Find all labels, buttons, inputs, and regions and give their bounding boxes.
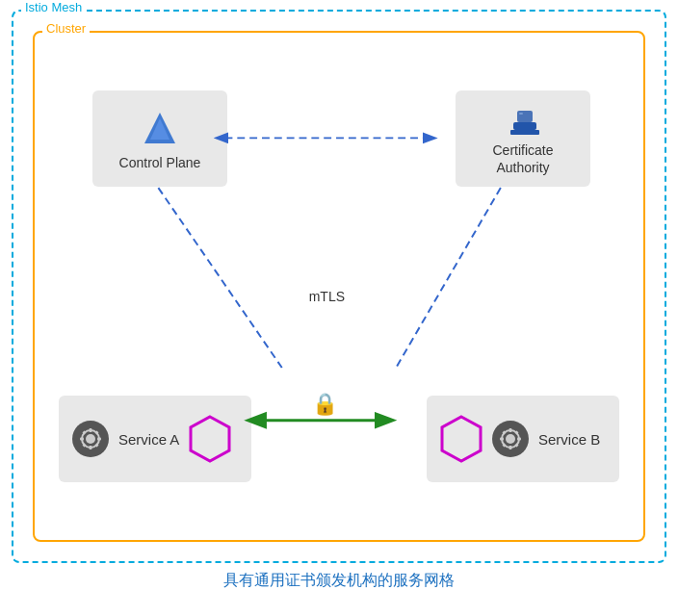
ca-stamp-icon <box>506 101 540 136</box>
certificate-authority-label: Certificate Authority <box>492 141 553 176</box>
svg-rect-21 <box>509 446 512 449</box>
proxy-hex-b <box>440 415 482 463</box>
svg-rect-8 <box>90 428 92 432</box>
diagram-area: Control Plane <box>35 33 643 540</box>
svg-rect-10 <box>80 438 84 441</box>
svg-line-29 <box>158 188 281 368</box>
istio-mesh-label: Istio Mesh <box>21 0 86 14</box>
svg-line-30 <box>396 188 501 368</box>
certificate-authority-box: Certificate Authority <box>456 90 590 187</box>
svg-point-7 <box>86 434 95 444</box>
proxy-hex-a <box>189 415 231 463</box>
svg-rect-20 <box>509 428 512 432</box>
service-b-icon <box>492 421 529 457</box>
control-plane-label: Control Plane <box>119 155 201 170</box>
svg-rect-9 <box>90 446 92 449</box>
svg-point-19 <box>506 434 515 444</box>
service-b-box: Service B <box>427 396 619 482</box>
service-a-box: Service A <box>59 396 251 482</box>
service-a-label: Service A <box>118 431 179 448</box>
svg-text:🔒: 🔒 <box>312 391 339 417</box>
service-b-label: Service B <box>538 431 600 448</box>
istio-sail-icon <box>139 107 181 149</box>
mtls-label: mTLS <box>309 289 345 304</box>
istio-mesh-boundary: Istio Mesh Cluster Control Plane <box>12 10 666 563</box>
svg-rect-3 <box>510 130 539 135</box>
cluster-boundary: Cluster Control Plane <box>33 31 645 542</box>
svg-rect-22 <box>500 438 504 441</box>
svg-rect-5 <box>519 113 523 115</box>
control-plane-box: Control Plane <box>92 90 227 187</box>
page-container: Istio Mesh Cluster Control Plane <box>0 0 678 616</box>
service-a-icon <box>72 421 109 457</box>
svg-marker-17 <box>442 417 481 461</box>
svg-rect-2 <box>513 122 536 130</box>
svg-rect-23 <box>517 438 521 441</box>
svg-rect-11 <box>97 438 101 441</box>
svg-rect-4 <box>517 111 533 122</box>
svg-marker-16 <box>191 417 229 461</box>
page-caption: 具有通用证书颁发机构的服务网格 <box>223 571 455 591</box>
